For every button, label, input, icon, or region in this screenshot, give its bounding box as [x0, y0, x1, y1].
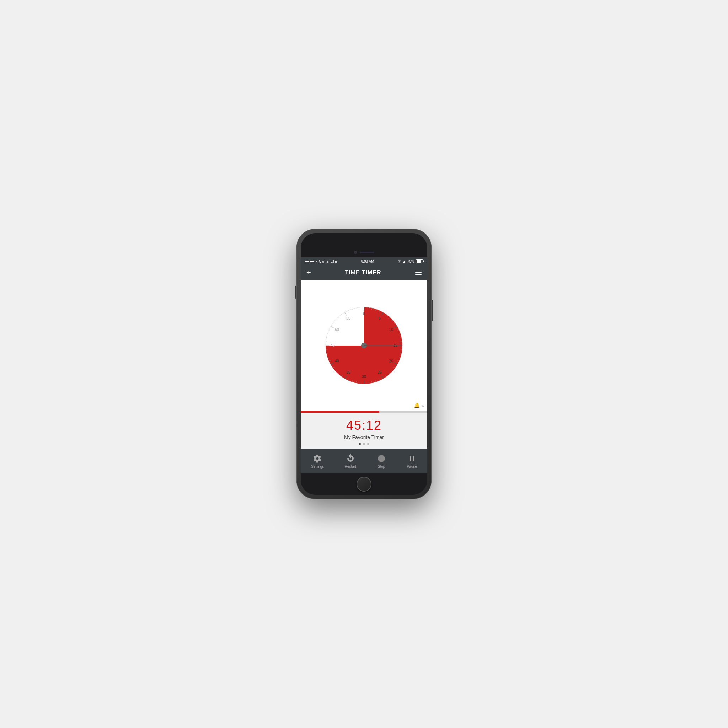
top-bezel	[301, 233, 427, 257]
signal-dot-1	[305, 260, 307, 262]
svg-text:40: 40	[335, 359, 339, 363]
timer-page-dots	[308, 443, 420, 445]
battery-percent: 75%	[407, 260, 414, 263]
phone-screen: Carrier LTE 8:08 AM ⅀ ▲ 75% + TIME TIMER	[301, 233, 427, 495]
settings-button[interactable]: Settings	[311, 454, 324, 468]
settings-icon	[313, 454, 322, 463]
earpiece-speaker	[360, 252, 374, 254]
timer-clock-area: 0510152025303540455055 🔔 ≋	[301, 280, 427, 411]
add-button[interactable]: +	[306, 268, 311, 277]
svg-text:35: 35	[346, 370, 350, 374]
menu-line-2	[415, 272, 422, 273]
battery-icon	[416, 260, 423, 263]
svg-line-45	[326, 349, 328, 350]
restart-label: Restart	[345, 465, 356, 468]
signal-dot-5	[315, 260, 317, 262]
svg-text:20: 20	[389, 359, 393, 363]
bottom-bezel	[301, 474, 427, 495]
settings-label: Settings	[311, 465, 324, 468]
progress-bar-fill	[301, 411, 379, 413]
screen-content: 0510152025303540455055 🔔 ≋	[301, 280, 427, 474]
timer-dot-3	[367, 443, 369, 445]
status-left: Carrier LTE	[305, 260, 337, 263]
svg-line-30	[368, 382, 368, 384]
camera-area	[354, 251, 374, 254]
timer-display-area: 45:12 My Favorite Timer	[301, 413, 427, 449]
bottom-toolbar: Settings Restart	[301, 449, 427, 474]
title-light: TIME	[345, 269, 362, 275]
front-camera	[354, 251, 357, 254]
timer-dot-2	[363, 443, 365, 445]
svg-text:55: 55	[346, 316, 350, 320]
progress-bar	[301, 411, 427, 413]
nav-bar: + TIME TIMER	[301, 265, 427, 280]
svg-text:0: 0	[363, 312, 365, 316]
countdown-display: 45:12	[308, 418, 420, 433]
clock-svg: 0510152025303540455055	[321, 303, 407, 388]
battery-fill	[417, 260, 421, 263]
timer-name: My Favorite Timer	[308, 434, 420, 440]
pause-label: Pause	[407, 465, 417, 468]
bell-icon: 🔔	[414, 402, 420, 408]
carrier-name: Carrier LTE	[319, 260, 337, 263]
status-right: ⅀ ▲ 75%	[398, 260, 423, 263]
svg-text:45: 45	[330, 343, 335, 347]
clock-container: 0510152025303540455055	[321, 303, 407, 388]
signal-dot-3	[310, 260, 312, 262]
signal-dot-4	[312, 260, 314, 262]
menu-button[interactable]	[415, 271, 422, 275]
svg-line-15	[400, 342, 402, 342]
svg-line-2	[368, 307, 368, 309]
restart-button[interactable]: Restart	[345, 454, 356, 468]
svg-text:10: 10	[389, 327, 393, 332]
svg-text:25: 25	[378, 370, 382, 374]
status-time: 8:08 AM	[361, 260, 374, 263]
status-bar: Carrier LTE 8:08 AM ⅀ ▲ 75%	[301, 257, 427, 265]
svg-rect-75	[410, 456, 411, 461]
signal-dot-2	[307, 260, 309, 262]
signal-strength	[305, 260, 317, 262]
timer-dot-1	[359, 443, 361, 445]
stop-button[interactable]: Stop	[377, 454, 386, 468]
sound-waves-icon: ≋	[421, 404, 424, 408]
phone-device: Carrier LTE 8:08 AM ⅀ ▲ 75% + TIME TIMER	[297, 229, 431, 499]
svg-point-74	[378, 455, 385, 462]
stop-icon	[377, 454, 386, 463]
title-bold: TIMER	[362, 269, 381, 275]
pause-icon	[407, 454, 417, 463]
home-button[interactable]	[356, 477, 372, 492]
svg-line-17	[400, 349, 402, 350]
location-icon: ▲	[402, 260, 406, 263]
svg-line-32	[360, 382, 361, 384]
menu-line-1	[415, 271, 422, 271]
svg-text:30: 30	[362, 374, 366, 379]
pause-button[interactable]: Pause	[407, 454, 417, 468]
stop-label: Stop	[378, 465, 385, 468]
svg-rect-76	[413, 456, 414, 461]
svg-text:50: 50	[335, 327, 339, 332]
bluetooth-icon: ⅀	[398, 260, 401, 263]
menu-line-3	[415, 274, 422, 275]
restart-icon	[346, 454, 355, 463]
svg-text:5: 5	[379, 316, 381, 320]
bell-icon-area: 🔔 ≋	[414, 402, 424, 408]
app-title: TIME TIMER	[345, 269, 381, 276]
